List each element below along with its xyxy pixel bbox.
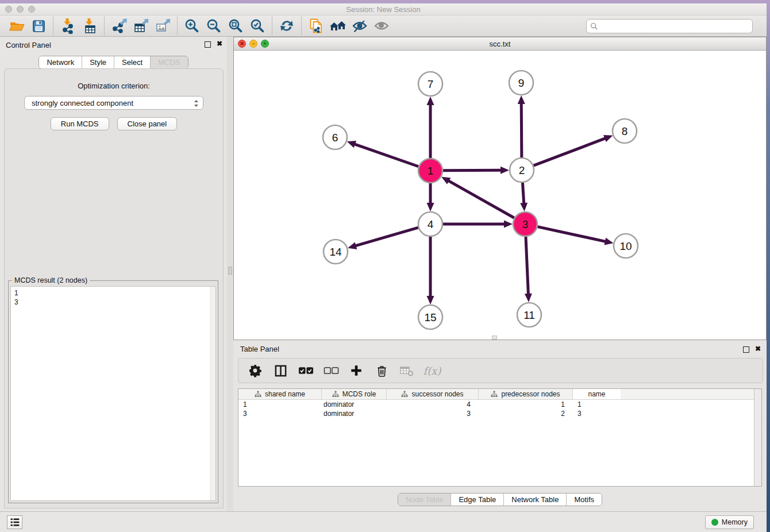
column-header-shared-name[interactable]: shared name [238, 389, 322, 399]
show-panels-button[interactable] [7, 515, 22, 529]
checked-boxes-icon [298, 365, 314, 376]
column-header-successor-nodes[interactable]: successor nodes [387, 389, 479, 399]
show-all-networks-button[interactable] [327, 17, 349, 35]
result-scrollbar[interactable] [210, 287, 215, 500]
table-cell[interactable]: 1 [573, 400, 621, 409]
arrowhead-2-8 [603, 135, 613, 142]
table-cell[interactable]: 3 [238, 409, 322, 418]
table-cell[interactable]: 1 [238, 400, 322, 409]
float-panel-icon[interactable] [205, 41, 211, 48]
tab-style[interactable]: Style [82, 56, 114, 68]
table-cell[interactable]: 2 [479, 409, 573, 418]
tab-network[interactable]: Network [39, 56, 82, 68]
edge-3-11[interactable] [526, 237, 528, 295]
column-header-MCDS-role[interactable]: MCDS role [322, 389, 387, 399]
toolbar-separator [272, 17, 272, 35]
table-cell[interactable]: 3 [573, 409, 621, 418]
edge-2-3[interactable] [522, 183, 523, 204]
table-body[interactable]: 1dominator4113dominator323 [238, 400, 761, 418]
node-label-2: 2 [519, 164, 525, 176]
edge-1-6[interactable] [354, 144, 418, 167]
deselect-all-button[interactable] [322, 362, 340, 379]
table-row[interactable]: 1dominator411 [238, 400, 761, 409]
gear-icon [248, 364, 262, 377]
table-toolbar: f(x) [238, 358, 763, 383]
panel-splitter[interactable] [227, 37, 233, 511]
close-panel-button[interactable]: Close panel [117, 117, 178, 130]
hide-unselected-button[interactable] [349, 17, 371, 35]
add-column-button[interactable] [348, 362, 365, 379]
network-canvas[interactable]: 7968124314101511 [234, 51, 766, 340]
edge-3-1[interactable] [448, 180, 514, 218]
duplicate-network-button[interactable] [305, 17, 327, 35]
arrowhead-2-9 [518, 95, 525, 104]
table-cell[interactable]: 4 [387, 400, 479, 409]
select-all-button[interactable] [297, 362, 314, 379]
tab-mcds[interactable]: MCDS [150, 56, 187, 68]
zoom-in-button[interactable] [181, 17, 203, 35]
zoom-selected-icon [249, 18, 265, 34]
mcds-result-text[interactable]: 13 [10, 286, 216, 501]
canvas-resize-handle[interactable] [492, 336, 497, 340]
splitter-handle[interactable] [228, 267, 232, 275]
refresh-layout-button[interactable] [276, 17, 298, 35]
column-header-predecessor-nodes[interactable]: predecessor nodes [479, 389, 573, 399]
node-table[interactable]: shared nameMCDS rolesuccessor nodesprede… [238, 388, 762, 487]
import-network-button[interactable] [57, 17, 79, 35]
search-field[interactable] [586, 19, 753, 33]
save-floppy-icon [31, 18, 47, 34]
tab-network-table[interactable]: Network Table [503, 494, 566, 506]
close-table-panel-icon[interactable]: ✖ [755, 345, 761, 353]
column-header-name[interactable]: name [573, 389, 621, 399]
table-settings-gear-button[interactable] [247, 362, 264, 379]
column-label: successor nodes [411, 390, 463, 398]
node-label-4: 4 [428, 218, 434, 230]
table-cell[interactable]: dominator [322, 409, 387, 418]
table-row[interactable]: 3dominator323 [238, 409, 761, 418]
toggle-visibility-button[interactable] [371, 17, 392, 35]
search-icon [590, 22, 598, 30]
import-table-button[interactable] [79, 17, 101, 35]
mcds-panel: Optimization criterion: strongly connect… [4, 68, 224, 508]
tab-select[interactable]: Select [114, 56, 150, 68]
search-input[interactable] [600, 22, 749, 30]
table-scrollbar[interactable] [754, 389, 761, 486]
edge-2-9[interactable] [521, 103, 522, 157]
result-line: 3 [14, 298, 215, 307]
list-icon [9, 517, 21, 527]
table-cell[interactable]: 3 [387, 409, 479, 418]
tab-node-table[interactable]: Node Table [398, 494, 451, 506]
memory-button[interactable]: Memory [705, 515, 754, 529]
toolbar-separator [177, 17, 178, 35]
open-session-button[interactable] [6, 17, 28, 35]
table-cell-empty [621, 400, 761, 409]
zoom-out-button[interactable] [203, 17, 225, 35]
delete-column-button[interactable] [373, 362, 390, 379]
edge-2-8[interactable] [534, 138, 606, 165]
network-window-titlebar[interactable]: ✕ − + scc.txt [234, 37, 766, 51]
export-network-button[interactable] [108, 17, 130, 35]
control-panel-tabs: NetworkStyleSelectMCDS [0, 56, 227, 69]
edge-4-14[interactable] [355, 228, 418, 246]
table-header-row[interactable]: shared nameMCDS rolesuccessor nodesprede… [238, 389, 761, 400]
node-label-6: 6 [332, 132, 338, 144]
column-layout-button[interactable] [272, 362, 289, 379]
table-cell[interactable]: 1 [479, 400, 573, 409]
tab-motifs[interactable]: Motifs [566, 494, 602, 506]
zoom-fit-button[interactable] [225, 17, 247, 35]
network-view[interactable]: 7968124314101511 [234, 51, 766, 340]
edge-3-10[interactable] [537, 227, 606, 242]
table-cell[interactable]: dominator [322, 400, 387, 409]
zoom-selected-button[interactable] [247, 17, 268, 35]
edge-1-2[interactable] [443, 170, 502, 171]
float-table-panel-icon[interactable] [743, 346, 749, 353]
run-mcds-button[interactable]: Run MCDS [51, 117, 109, 130]
tab-edge-table[interactable]: Edge Table [451, 494, 503, 506]
criterion-select[interactable]: strongly connected component [24, 96, 203, 110]
open-folder-icon [9, 18, 25, 34]
save-session-button[interactable] [28, 17, 49, 35]
export-image-button[interactable] [152, 17, 174, 35]
close-panel-icon[interactable]: ✖ [217, 40, 222, 48]
unchecked-boxes-icon [324, 365, 339, 376]
export-table-button[interactable] [130, 17, 152, 35]
